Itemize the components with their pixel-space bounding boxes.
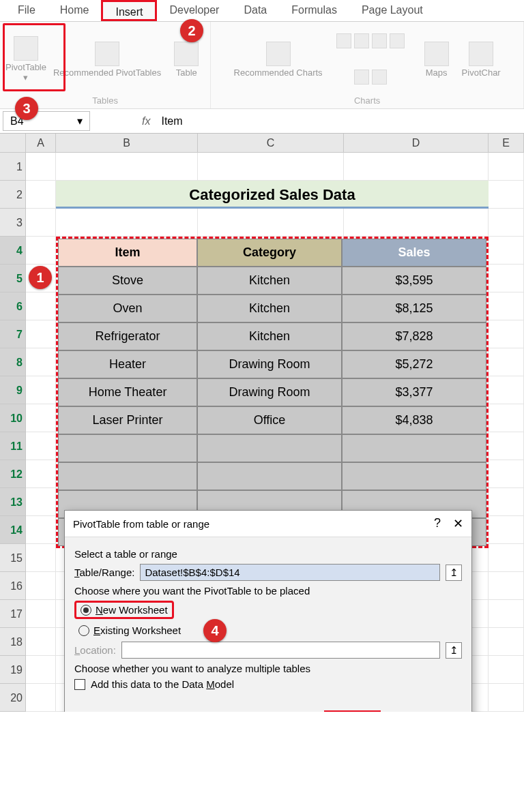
row-header[interactable]: 8 [0,348,26,376]
ribbon-group-label: Charts [354,94,380,107]
tab-data[interactable]: Data [231,0,279,21]
recommended-pivottables-button[interactable]: Recommended PivotTables [53,25,161,94]
chart-gallery[interactable] [330,25,411,94]
recommended-charts-button[interactable]: Recommended Charts [234,25,323,94]
chevron-down-icon[interactable]: ▾ [77,115,83,127]
row-header[interactable]: 17 [0,600,26,628]
row-header[interactable]: 11 [0,432,26,460]
table-cell[interactable]: $5,272 [342,350,486,378]
row-header[interactable]: 20 [0,684,26,712]
formula-input[interactable] [158,112,524,130]
table-cell[interactable] [197,462,342,490]
close-icon[interactable]: ✕ [453,516,463,531]
row-header[interactable]: 9 [0,376,26,404]
col-header-c[interactable]: C [198,134,344,153]
row-header[interactable]: 10 [0,404,26,432]
ribbon-group-label: Tables [92,94,118,107]
table-cell[interactable]: $8,125 [342,295,486,322]
analyze-label: Choose whether you want to analyze multi… [74,663,462,674]
pivotchart-icon [469,42,493,66]
data-table-selection[interactable]: Item Category Sales StoveKitchen$3,595 O… [56,237,489,548]
table-cell[interactable]: $3,377 [342,378,486,406]
table-cell[interactable]: Home Theater [58,378,197,406]
table-cell[interactable]: Office [197,406,342,434]
row-header[interactable]: 19 [0,656,26,684]
col-header-d[interactable]: D [344,134,489,153]
dialog-titlebar[interactable]: PivotTable from table or range ? ✕ [65,511,471,537]
row-header[interactable]: 13 [0,488,26,516]
help-icon[interactable]: ? [434,516,441,531]
row-header[interactable]: 3 [0,209,26,237]
radio-icon [78,625,89,636]
table-cell[interactable] [58,434,197,462]
table-cell[interactable] [197,434,342,462]
col-header-e[interactable]: E [489,134,524,153]
new-worksheet-radio[interactable]: New Worksheet [74,601,174,619]
table-cell[interactable]: Kitchen [197,322,342,350]
tab-page-layout[interactable]: Page Layout [349,0,435,21]
row-header[interactable]: 12 [0,460,26,488]
existing-worksheet-radio[interactable]: Existing Worksheet [74,623,462,637]
table-cell[interactable]: Oven [58,295,197,322]
column-chart-icon[interactable] [336,33,351,48]
pivotchart-button[interactable]: PivotChar [462,25,501,94]
table-cell[interactable]: Refrigerator [58,322,197,350]
table-cell[interactable]: Heater [58,350,197,378]
callout-4: 4 [203,619,227,642]
select-all-corner[interactable] [0,134,26,153]
table-header-category[interactable]: Category [197,239,342,267]
table-cell[interactable]: Kitchen [197,267,342,295]
row-header[interactable]: 2 [0,181,26,209]
line-chart-icon[interactable] [354,33,369,48]
table-cell[interactable]: Laser Printer [58,406,197,434]
table-cell[interactable] [342,434,486,462]
table-cell[interactable]: Kitchen [197,295,342,322]
pivottable-button[interactable]: PivotTable ▾ [5,25,46,94]
combo-chart-icon[interactable] [372,70,387,85]
row-header[interactable]: 6 [0,292,26,320]
table-header-sales[interactable]: Sales [342,239,486,267]
scatter-chart-icon[interactable] [354,70,369,85]
tab-insert[interactable]: Insert [101,0,157,21]
row-header[interactable]: 4 [0,237,26,265]
table-cell[interactable] [58,462,197,490]
tab-file[interactable]: File [5,0,48,21]
fx-icon[interactable]: fx [134,115,158,127]
row-header[interactable]: 15 [0,544,26,572]
range-picker-icon[interactable]: ↥ [446,642,462,659]
maps-button[interactable]: Maps [418,25,455,94]
pie-chart-icon[interactable] [372,33,387,48]
callout-3: 3 [15,97,38,120]
table-cell[interactable]: Drawing Room [197,378,342,406]
table-cell[interactable]: Stove [58,267,197,295]
tab-formulas[interactable]: Formulas [279,0,349,21]
table-cell[interactable]: $4,838 [342,406,486,434]
ribbon-body: PivotTable ▾ Recommended PivotTables Tab… [0,22,524,109]
tab-home[interactable]: Home [48,0,102,21]
col-header-a[interactable]: A [26,134,56,153]
name-box[interactable]: B4 ▾ [3,111,90,131]
row-header[interactable]: 16 [0,572,26,600]
table-cell[interactable]: Drawing Room [197,350,342,378]
dialog-title: PivotTable from table or range [73,518,209,530]
row-header[interactable]: 14 [0,516,26,544]
range-picker-icon[interactable]: ↥ [446,565,462,581]
data-model-label: Add this data to the Data Model [91,678,234,690]
location-input[interactable] [121,642,440,659]
row-header[interactable]: 5 [0,265,26,292]
checkbox-icon [74,679,85,690]
row-header[interactable]: 18 [0,628,26,656]
tab-developer[interactable]: Developer [157,0,231,21]
table-range-input[interactable] [140,564,440,581]
row-header[interactable]: 7 [0,320,26,348]
col-header-b[interactable]: B [56,134,198,153]
row-header[interactable]: 1 [0,153,26,181]
table-cell[interactable] [342,462,486,490]
table-cell[interactable]: $7,828 [342,322,486,350]
data-model-checkbox[interactable]: Add this data to the Data Model [74,678,462,690]
table-cell[interactable]: $3,595 [342,267,486,295]
bar-chart-icon[interactable] [390,33,405,48]
ok-button[interactable]: OK [324,710,381,712]
table-header-item[interactable]: Item [58,239,197,267]
ribbon-tabs: File Home Insert Developer Data Formulas… [0,0,524,22]
